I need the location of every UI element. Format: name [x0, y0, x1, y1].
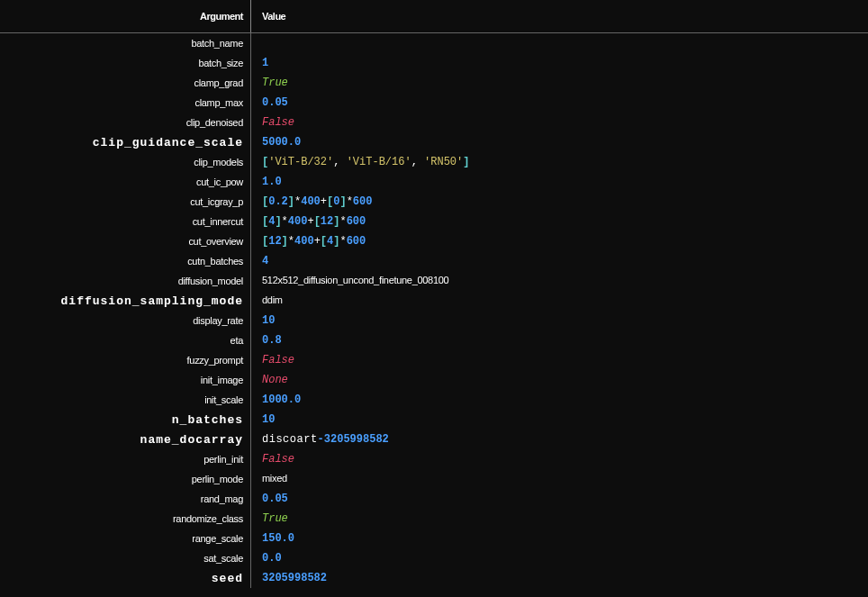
value-segment: True: [262, 77, 288, 89]
value-segment: 600: [347, 215, 366, 228]
value-segment: ]: [339, 195, 346, 208]
argument-label: perlin_init: [0, 454, 250, 465]
value-cell: 5000.0: [251, 136, 301, 149]
table-row: cut_ic_pow1.0: [0, 172, 868, 192]
argument-label: clip_models: [0, 157, 250, 167]
value-cell: 3205998582: [251, 572, 327, 584]
value-segment: 0.2: [268, 195, 288, 208]
value-segment: 600: [347, 235, 366, 248]
argument-label: display_rate: [0, 315, 250, 326]
table-row: batch_name: [0, 33, 868, 53]
table-row: eta0.8: [0, 330, 868, 350]
table-row: name_docarraydiscoart-3205998582: [0, 430, 868, 449]
table-row: diffusion_sampling_modeddim: [0, 291, 868, 311]
value-cell: 1: [251, 57, 268, 69]
value-segment: 12: [268, 235, 281, 248]
value-segment: 'ViT-B/16': [347, 156, 411, 168]
argument-label: cut_innercut: [0, 216, 250, 227]
value-segment: 400: [288, 215, 308, 228]
value-segment: ]: [463, 156, 469, 168]
value-segment: ]: [282, 235, 288, 248]
argument-label: range_scale: [0, 533, 250, 544]
arguments-table: Argument Value batch_namebatch_size1clam…: [0, 0, 868, 588]
value-segment: True: [262, 512, 288, 525]
table-row: cut_overview[12]*400+[4]*600: [0, 231, 868, 251]
table-row: init_scale1000.0: [0, 390, 868, 410]
value-cell: 10: [251, 413, 275, 426]
table-row: range_scale150.0: [0, 529, 868, 548]
value-segment: ,: [411, 156, 424, 168]
value-segment: mixed: [262, 473, 287, 484]
argument-label: diffusion_model: [0, 276, 250, 286]
value-cell: discoart-3205998582: [251, 433, 389, 446]
value-cell: [4]*400+[12]*600: [251, 215, 366, 228]
value-segment: 0.05: [262, 493, 288, 505]
value-cell: False: [251, 453, 294, 466]
argument-label: name_docarray: [0, 433, 250, 447]
table-row: rand_mag0.05: [0, 489, 868, 509]
value-segment: 4: [262, 255, 268, 267]
value-cell: True: [251, 77, 288, 89]
value-cell: 4: [251, 255, 268, 267]
table-row: perlin_modemixed: [0, 469, 868, 489]
table-row: clip_denoisedFalse: [0, 113, 868, 132]
argument-label: batch_name: [0, 38, 250, 49]
argument-label: init_image: [0, 375, 250, 385]
value-cell: 1000.0: [251, 393, 301, 406]
argument-label: cut_overview: [0, 236, 250, 247]
value-cell: ddim: [251, 294, 283, 307]
value-segment: *: [347, 195, 353, 208]
value-segment: 400: [294, 235, 314, 248]
value-cell: 0.05: [251, 96, 288, 109]
value-segment: +: [314, 235, 321, 248]
value-segment: 'ViT-B/32': [268, 156, 333, 168]
argument-label: eta: [0, 335, 250, 346]
value-segment: *: [339, 235, 346, 248]
argument-label: fuzzy_prompt: [0, 355, 250, 366]
value-segment: 1000.0: [262, 393, 301, 406]
table-row: display_rate10: [0, 311, 868, 330]
value-segment: ,: [333, 156, 346, 168]
argument-label: seed: [0, 572, 250, 585]
value-segment: 150.0: [262, 532, 294, 545]
value-segment: 12: [321, 215, 333, 228]
argument-label: cutn_batches: [0, 256, 250, 267]
value-segment: 5000.0: [262, 136, 301, 149]
value-segment: *: [282, 215, 288, 228]
table-row: cut_icgray_p[0.2]*400+[0]*600: [0, 192, 868, 212]
argument-label: clip_denoised: [0, 117, 250, 128]
table-row: randomize_classTrue: [0, 509, 868, 529]
value-cell: 0.0: [251, 552, 282, 565]
value-segment: 3205998582: [262, 572, 327, 584]
value-cell: True: [251, 512, 288, 525]
header-argument: Argument: [0, 11, 250, 22]
value-segment: [: [321, 235, 327, 248]
value-segment: 'RN50': [424, 156, 463, 168]
value-segment: None: [262, 374, 288, 386]
value-cell: [12]*400+[4]*600: [251, 235, 366, 248]
value-cell: 0.8: [251, 334, 282, 347]
argument-label: randomize_class: [0, 513, 250, 524]
value-cell: 0.05: [251, 493, 288, 505]
table-row: diffusion_model512x512_diffusion_uncond_…: [0, 271, 868, 291]
value-cell: 512x512_diffusion_uncond_finetune_008100: [251, 275, 448, 287]
table-row: fuzzy_promptFalse: [0, 350, 868, 370]
table-row: cut_innercut[4]*400+[12]*600: [0, 212, 868, 231]
value-segment: 10: [262, 413, 275, 426]
value-segment: 0.8: [262, 334, 282, 347]
value-segment: [: [314, 215, 321, 228]
value-segment: ]: [288, 195, 294, 208]
argument-label: clip_guidance_scale: [0, 136, 250, 149]
argument-label: rand_mag: [0, 493, 250, 504]
argument-label: clamp_grad: [0, 77, 250, 88]
value-segment: 10: [262, 314, 275, 327]
table-row: batch_size1: [0, 53, 868, 73]
value-segment: 512x512_diffusion_uncond_finetune_008100: [262, 275, 448, 285]
value-segment: *: [288, 235, 294, 248]
row-separator: [250, 33, 251, 53]
table-row: n_batches10: [0, 410, 868, 430]
argument-label: cut_ic_pow: [0, 176, 250, 187]
value-cell: 150.0: [251, 532, 294, 545]
argument-label: perlin_mode: [0, 474, 250, 484]
table-row: clip_guidance_scale5000.0: [0, 132, 868, 152]
